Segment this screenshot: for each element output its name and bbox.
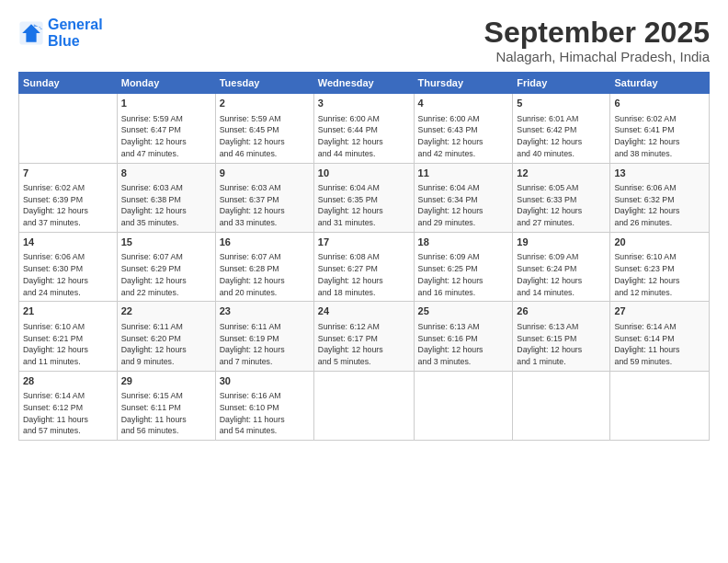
day-info: Sunrise: 6:01 AM Sunset: 6:42 PM Dayligh… — [517, 113, 606, 160]
day-number: 27 — [614, 304, 705, 318]
col-header-wednesday: Wednesday — [313, 73, 414, 94]
calendar-table: SundayMondayTuesdayWednesdayThursdayFrid… — [18, 72, 710, 441]
calendar-cell: 6Sunrise: 6:02 AM Sunset: 6:41 PM Daylig… — [610, 94, 710, 163]
day-info: Sunrise: 6:00 AM Sunset: 6:44 PM Dayligh… — [318, 113, 410, 160]
day-info: Sunrise: 6:07 AM Sunset: 6:29 PM Dayligh… — [121, 251, 211, 298]
day-info: Sunrise: 6:14 AM Sunset: 6:12 PM Dayligh… — [23, 390, 113, 437]
page: General Blue September 2025 Nalagarh, Hi… — [0, 0, 728, 563]
day-number: 7 — [23, 167, 113, 180]
calendar-cell: 16Sunrise: 6:07 AM Sunset: 6:28 PM Dayli… — [215, 232, 313, 301]
day-number: 8 — [121, 167, 211, 180]
day-number: 28 — [23, 374, 113, 388]
calendar-cell: 23Sunrise: 6:11 AM Sunset: 6:19 PM Dayli… — [215, 302, 313, 371]
subtitle: Nalagarh, Himachal Pradesh, India — [484, 49, 710, 64]
calendar-cell: 13Sunrise: 6:06 AM Sunset: 6:32 PM Dayli… — [610, 163, 710, 232]
calendar-cell: 27Sunrise: 6:14 AM Sunset: 6:14 PM Dayli… — [610, 302, 710, 371]
day-info: Sunrise: 6:00 AM Sunset: 6:43 PM Dayligh… — [418, 113, 509, 160]
day-number: 22 — [121, 304, 211, 318]
calendar-cell: 30Sunrise: 6:16 AM Sunset: 6:10 PM Dayli… — [215, 371, 313, 440]
day-number: 26 — [517, 304, 606, 318]
week-row-4: 21Sunrise: 6:10 AM Sunset: 6:21 PM Dayli… — [19, 302, 710, 371]
day-number: 17 — [318, 236, 410, 249]
day-number: 1 — [121, 97, 211, 110]
day-number: 20 — [614, 236, 705, 249]
calendar-cell: 25Sunrise: 6:13 AM Sunset: 6:16 PM Dayli… — [414, 302, 513, 371]
day-number: 9 — [220, 167, 310, 180]
day-number: 18 — [418, 236, 509, 249]
calendar-cell: 8Sunrise: 6:03 AM Sunset: 6:38 PM Daylig… — [117, 163, 215, 232]
calendar-cell: 19Sunrise: 6:09 AM Sunset: 6:24 PM Dayli… — [513, 232, 610, 301]
day-number: 4 — [418, 97, 509, 110]
calendar-cell: 15Sunrise: 6:07 AM Sunset: 6:29 PM Dayli… — [117, 232, 215, 301]
calendar-cell: 18Sunrise: 6:09 AM Sunset: 6:25 PM Dayli… — [414, 232, 513, 301]
calendar-cell: 14Sunrise: 6:06 AM Sunset: 6:30 PM Dayli… — [19, 232, 118, 301]
day-info: Sunrise: 6:10 AM Sunset: 6:21 PM Dayligh… — [23, 321, 113, 368]
day-info: Sunrise: 6:06 AM Sunset: 6:30 PM Dayligh… — [23, 251, 113, 298]
calendar-cell: 17Sunrise: 6:08 AM Sunset: 6:27 PM Dayli… — [313, 232, 414, 301]
calendar-cell: 28Sunrise: 6:14 AM Sunset: 6:12 PM Dayli… — [19, 371, 118, 440]
day-info: Sunrise: 6:16 AM Sunset: 6:10 PM Dayligh… — [220, 390, 310, 437]
calendar-cell: 11Sunrise: 6:04 AM Sunset: 6:34 PM Dayli… — [414, 163, 513, 232]
calendar-cell — [313, 371, 414, 440]
day-info: Sunrise: 5:59 AM Sunset: 6:45 PM Dayligh… — [220, 113, 310, 160]
logo-line2: Blue — [48, 33, 80, 49]
day-info: Sunrise: 6:09 AM Sunset: 6:25 PM Dayligh… — [418, 251, 509, 298]
day-info: Sunrise: 6:13 AM Sunset: 6:16 PM Dayligh… — [418, 321, 509, 368]
calendar-cell: 22Sunrise: 6:11 AM Sunset: 6:20 PM Dayli… — [117, 302, 215, 371]
calendar-cell: 12Sunrise: 6:05 AM Sunset: 6:33 PM Dayli… — [513, 163, 610, 232]
day-info: Sunrise: 6:03 AM Sunset: 6:37 PM Dayligh… — [220, 182, 310, 229]
calendar-cell: 20Sunrise: 6:10 AM Sunset: 6:23 PM Dayli… — [610, 232, 710, 301]
calendar-cell: 2Sunrise: 5:59 AM Sunset: 6:45 PM Daylig… — [215, 94, 313, 163]
day-info: Sunrise: 6:12 AM Sunset: 6:17 PM Dayligh… — [318, 321, 410, 368]
day-info: Sunrise: 5:59 AM Sunset: 6:47 PM Dayligh… — [121, 113, 211, 160]
day-info: Sunrise: 6:14 AM Sunset: 6:14 PM Dayligh… — [614, 321, 705, 368]
day-info: Sunrise: 6:03 AM Sunset: 6:38 PM Dayligh… — [121, 182, 211, 229]
calendar-cell — [610, 371, 710, 440]
calendar-cell: 9Sunrise: 6:03 AM Sunset: 6:37 PM Daylig… — [215, 163, 313, 232]
calendar-cell: 29Sunrise: 6:15 AM Sunset: 6:11 PM Dayli… — [117, 371, 215, 440]
col-header-tuesday: Tuesday — [215, 73, 313, 94]
col-header-sunday: Sunday — [19, 73, 118, 94]
col-header-saturday: Saturday — [610, 73, 710, 94]
day-number: 19 — [517, 236, 606, 249]
day-number: 24 — [318, 304, 410, 318]
calendar-cell — [513, 371, 610, 440]
calendar-cell — [19, 94, 118, 163]
week-row-1: 1Sunrise: 5:59 AM Sunset: 6:47 PM Daylig… — [19, 94, 710, 163]
week-row-3: 14Sunrise: 6:06 AM Sunset: 6:30 PM Dayli… — [19, 232, 710, 301]
col-header-thursday: Thursday — [414, 73, 513, 94]
day-number: 10 — [318, 167, 410, 180]
day-number: 13 — [614, 167, 705, 180]
header: General Blue September 2025 Nalagarh, Hi… — [18, 17, 710, 64]
week-row-2: 7Sunrise: 6:02 AM Sunset: 6:39 PM Daylig… — [19, 163, 710, 232]
calendar-cell: 26Sunrise: 6:13 AM Sunset: 6:15 PM Dayli… — [513, 302, 610, 371]
day-number: 6 — [614, 97, 705, 110]
day-number: 3 — [318, 97, 410, 110]
calendar-cell: 10Sunrise: 6:04 AM Sunset: 6:35 PM Dayli… — [313, 163, 414, 232]
day-info: Sunrise: 6:04 AM Sunset: 6:34 PM Dayligh… — [418, 182, 509, 229]
day-number: 23 — [220, 304, 310, 318]
header-row: SundayMondayTuesdayWednesdayThursdayFrid… — [19, 73, 710, 94]
day-info: Sunrise: 6:15 AM Sunset: 6:11 PM Dayligh… — [121, 390, 211, 437]
col-header-friday: Friday — [513, 73, 610, 94]
week-row-5: 28Sunrise: 6:14 AM Sunset: 6:12 PM Dayli… — [19, 371, 710, 440]
day-info: Sunrise: 6:10 AM Sunset: 6:23 PM Dayligh… — [614, 251, 705, 298]
day-info: Sunrise: 6:05 AM Sunset: 6:33 PM Dayligh… — [517, 182, 606, 229]
day-info: Sunrise: 6:04 AM Sunset: 6:35 PM Dayligh… — [318, 182, 410, 229]
day-number: 25 — [418, 304, 509, 318]
day-number: 12 — [517, 167, 606, 180]
day-info: Sunrise: 6:02 AM Sunset: 6:39 PM Dayligh… — [23, 182, 113, 229]
title-block: September 2025 Nalagarh, Himachal Prades… — [484, 17, 710, 64]
calendar-cell: 24Sunrise: 6:12 AM Sunset: 6:17 PM Dayli… — [313, 302, 414, 371]
calendar-cell: 1Sunrise: 5:59 AM Sunset: 6:47 PM Daylig… — [117, 94, 215, 163]
logo-line1: General — [48, 17, 103, 32]
logo-icon — [18, 20, 44, 46]
main-title: September 2025 — [484, 17, 710, 49]
day-number: 21 — [23, 304, 113, 318]
day-number: 2 — [220, 97, 310, 110]
logo: General Blue — [18, 17, 103, 49]
day-number: 15 — [121, 236, 211, 249]
day-number: 11 — [418, 167, 509, 180]
day-info: Sunrise: 6:06 AM Sunset: 6:32 PM Dayligh… — [614, 182, 705, 229]
calendar-cell: 3Sunrise: 6:00 AM Sunset: 6:44 PM Daylig… — [313, 94, 414, 163]
